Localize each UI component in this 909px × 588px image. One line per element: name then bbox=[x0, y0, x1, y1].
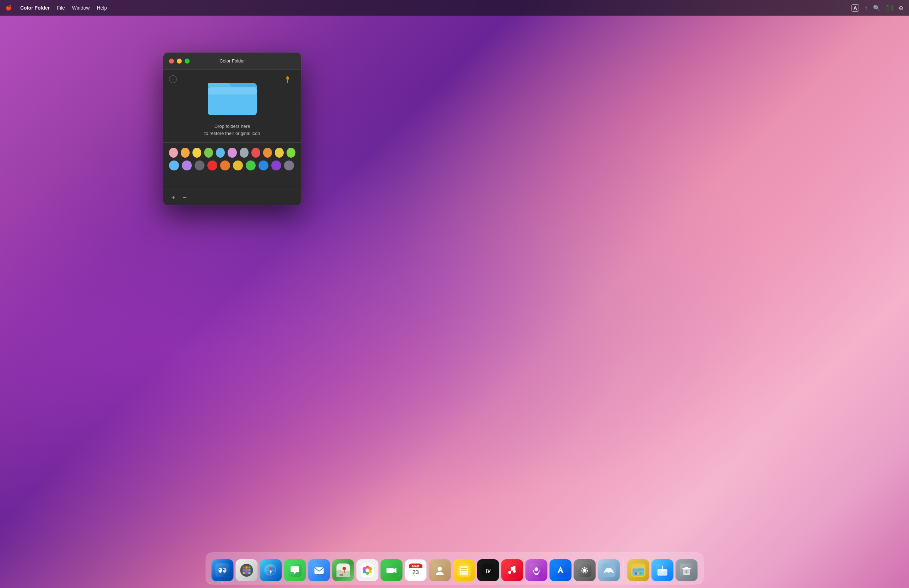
svg-point-8 bbox=[219, 569, 221, 570]
color-swatch-purple-dark[interactable] bbox=[271, 160, 281, 170]
color-swatch-pink[interactable] bbox=[169, 148, 178, 158]
svg-point-7 bbox=[223, 568, 226, 573]
app-name-menu[interactable]: Color Folder bbox=[20, 5, 50, 11]
svg-point-76 bbox=[637, 572, 639, 575]
window-content: − bbox=[163, 69, 301, 175]
svg-point-75 bbox=[635, 572, 637, 575]
color-swatch-teal[interactable] bbox=[216, 148, 225, 158]
dock-item-launchpad[interactable] bbox=[236, 559, 258, 581]
dock-item-safari[interactable] bbox=[260, 559, 282, 581]
remove-color-button[interactable]: − bbox=[180, 194, 189, 202]
color-swatch-yellow-warm[interactable] bbox=[275, 148, 284, 158]
dock-item-mail[interactable] bbox=[308, 559, 330, 581]
pin-icon[interactable] bbox=[284, 75, 291, 85]
svg-point-18 bbox=[249, 569, 251, 571]
dock-item-notes[interactable] bbox=[453, 559, 475, 581]
swatches-area bbox=[163, 143, 301, 175]
color-swatch-blue-mid[interactable] bbox=[258, 160, 268, 170]
dock-item-tv[interactable]: tv bbox=[477, 559, 499, 581]
svg-point-34 bbox=[343, 567, 346, 570]
traffic-lights bbox=[169, 58, 190, 63]
svg-point-21 bbox=[249, 572, 251, 574]
svg-point-13 bbox=[243, 566, 245, 569]
svg-point-6 bbox=[219, 568, 222, 573]
window-title: Color Folder bbox=[220, 58, 245, 63]
svg-point-9 bbox=[223, 569, 225, 570]
add-color-button[interactable]: + bbox=[169, 194, 178, 202]
color-swatch-red[interactable] bbox=[251, 148, 260, 158]
search-icon[interactable]: 🔍 bbox=[873, 5, 880, 11]
svg-rect-35 bbox=[340, 574, 343, 576]
dock-item-facetime[interactable] bbox=[381, 559, 403, 581]
dock-item-maps[interactable] bbox=[333, 559, 354, 581]
svg-text:tv: tv bbox=[485, 568, 491, 574]
dock-item-photos[interactable] bbox=[357, 559, 378, 581]
svg-point-65 bbox=[535, 567, 538, 571]
svg-point-16 bbox=[243, 569, 245, 571]
folder-preview bbox=[208, 78, 257, 119]
color-swatch-green-light[interactable] bbox=[204, 148, 213, 158]
color-swatch-lavender[interactable] bbox=[228, 148, 236, 158]
notification-icon[interactable]: ⊖ bbox=[899, 5, 903, 11]
svg-point-11 bbox=[224, 569, 224, 570]
svg-point-14 bbox=[246, 566, 248, 569]
remove-folder-button[interactable]: − bbox=[169, 75, 177, 83]
svg-point-62 bbox=[509, 571, 511, 574]
dock-item-system-prefs[interactable] bbox=[574, 559, 596, 581]
color-swatch-dark-gray[interactable] bbox=[195, 160, 205, 170]
window-toolbar: + − bbox=[163, 190, 301, 205]
color-swatch-orange-mid[interactable] bbox=[220, 160, 230, 170]
font-icon[interactable]: A bbox=[851, 4, 859, 12]
svg-text:23: 23 bbox=[413, 569, 419, 575]
color-swatch-bright-green[interactable] bbox=[287, 148, 295, 158]
dock-separator bbox=[623, 559, 624, 578]
svg-rect-84 bbox=[685, 567, 688, 569]
color-swatch-gray-mid[interactable] bbox=[284, 160, 294, 170]
svg-point-69 bbox=[583, 569, 586, 572]
color-swatch-blue-light[interactable] bbox=[169, 160, 179, 170]
folder-drop-area[interactable]: − bbox=[163, 69, 301, 142]
svg-point-19 bbox=[243, 572, 245, 574]
color-swatch-purple-light[interactable] bbox=[182, 160, 192, 170]
color-swatch-orange-light[interactable] bbox=[181, 148, 190, 158]
color-swatch-green-mid[interactable] bbox=[246, 160, 256, 170]
dock-item-contacts[interactable] bbox=[429, 559, 451, 581]
close-button[interactable] bbox=[169, 58, 174, 63]
color-swatch-yellow[interactable] bbox=[192, 148, 201, 158]
svg-rect-5 bbox=[216, 563, 230, 577]
swatch-row-1 bbox=[169, 148, 295, 158]
dock-item-trash[interactable] bbox=[676, 559, 698, 581]
dock-item-podcasts[interactable] bbox=[526, 559, 547, 581]
maximize-button[interactable] bbox=[185, 58, 190, 63]
dock-item-music[interactable] bbox=[501, 559, 523, 581]
dock-dot-finder bbox=[222, 582, 223, 583]
apple-menu[interactable]: 🍎 bbox=[6, 5, 12, 11]
color-swatch-gray-light[interactable] bbox=[240, 148, 249, 158]
svg-point-53 bbox=[438, 567, 442, 571]
window-menu[interactable]: Window bbox=[72, 5, 90, 11]
svg-text:MAR: MAR bbox=[412, 565, 419, 568]
control-center-icon[interactable]: ⬛ bbox=[886, 5, 893, 11]
color-swatch-bright-red[interactable] bbox=[207, 160, 217, 170]
minimize-button[interactable] bbox=[177, 58, 182, 63]
dock-item-finder[interactable] bbox=[212, 559, 234, 581]
file-menu[interactable]: File bbox=[57, 5, 65, 11]
svg-rect-4 bbox=[208, 87, 257, 94]
dock-item-elytra[interactable] bbox=[598, 559, 620, 581]
svg-point-63 bbox=[513, 570, 516, 573]
input-source-icon[interactable]: ↕ bbox=[865, 5, 867, 11]
svg-point-10 bbox=[220, 569, 220, 570]
color-folder-window: Color Folder − bbox=[163, 53, 301, 205]
color-swatch-amber[interactable] bbox=[233, 160, 243, 170]
color-swatch-orange[interactable] bbox=[263, 148, 272, 158]
dock-item-messages[interactable] bbox=[284, 559, 306, 581]
dock-dot-color-folder bbox=[638, 582, 639, 583]
dock-item-calendar[interactable]: MAR 23 bbox=[405, 559, 427, 581]
svg-point-15 bbox=[249, 566, 251, 569]
dock-item-color-folder[interactable] bbox=[627, 559, 649, 581]
svg-point-17 bbox=[246, 569, 248, 571]
dock: MAR 23 tv bbox=[206, 552, 704, 585]
help-menu[interactable]: Help bbox=[97, 5, 107, 11]
dock-item-appstore[interactable] bbox=[550, 559, 572, 581]
dock-item-downloads[interactable] bbox=[652, 559, 673, 581]
